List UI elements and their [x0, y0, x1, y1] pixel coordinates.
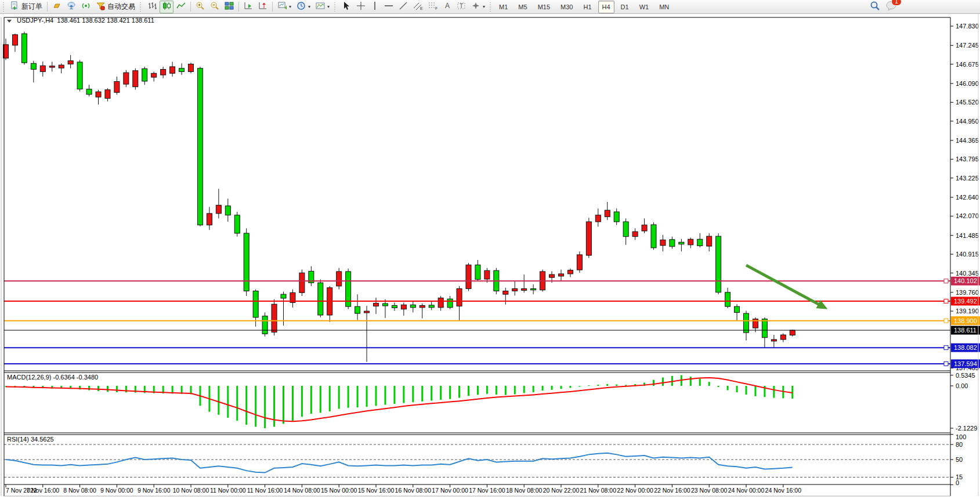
hline-handle[interactable]: [944, 319, 948, 323]
search-icon[interactable]: [870, 1, 880, 13]
auto-trading-label: 自动交易: [107, 2, 135, 12]
chart-ohlc-values: 138.461 138.632 138.421 138.611: [57, 17, 154, 24]
svg-text:8 Nov 08:00: 8 Nov 08:00: [63, 487, 96, 494]
svg-text:T: T: [460, 3, 463, 9]
svg-text:7 Nov 16:00: 7 Nov 16:00: [26, 487, 59, 494]
text-tool-button[interactable]: A: [441, 1, 454, 13]
hline-handle[interactable]: [944, 299, 948, 303]
toolbar-grip[interactable]: [334, 2, 337, 12]
tf-M15[interactable]: M15: [534, 1, 554, 13]
line-chart-button[interactable]: [174, 1, 188, 13]
timeframe-bar: M1M5M15M30H1H4D1W1MN: [495, 1, 673, 13]
svg-text:15 Nov 00:00: 15 Nov 00:00: [321, 487, 357, 494]
bar-chart-button[interactable]: [145, 1, 159, 13]
trendline-tool-button[interactable]: [396, 1, 410, 13]
zoom-out-button[interactable]: [208, 1, 222, 13]
svg-text:142.070: 142.070: [956, 212, 979, 219]
arrows-tool-button[interactable]: ▾: [469, 1, 487, 13]
tf-M1[interactable]: M1: [495, 1, 512, 13]
svg-text:F: F: [435, 6, 437, 10]
svg-text:11 Nov 00:00: 11 Nov 00:00: [210, 487, 246, 494]
svg-text:140.345: 140.345: [956, 270, 979, 277]
toolbar: + 新订单 自动交易: [0, 0, 980, 14]
toolbar-grip[interactable]: [3, 2, 6, 12]
vertical-line-tool-button[interactable]: [368, 1, 381, 13]
bar-chart-icon: [147, 1, 157, 13]
svg-text:140.102: 140.102: [954, 277, 977, 284]
gold-ingot-icon: [52, 1, 62, 13]
equidistant-channel-tool-button[interactable]: E: [411, 1, 425, 13]
fibonacci-tool-button[interactable]: F: [426, 1, 440, 13]
new-chart-button[interactable]: + ▾: [275, 1, 294, 13]
chart-shift-button[interactable]: [256, 1, 270, 13]
chevron-down-icon: ▾: [327, 4, 330, 9]
chart-title: USDJPY-,H4 138.461 138.632 138.421 138.6…: [7, 17, 154, 24]
svg-text:+: +: [12, 4, 16, 10]
svg-text:0.5345: 0.5345: [956, 372, 975, 379]
svg-text:144.950: 144.950: [956, 118, 979, 125]
trendline-icon: [399, 1, 408, 13]
tile-windows-button[interactable]: [222, 1, 236, 13]
chart-canvas[interactable]: 147.830147.245146.675146.090145.520144.9…: [0, 0, 980, 499]
hline-handle[interactable]: [944, 361, 948, 366]
cursor-icon: [342, 1, 351, 13]
tf-M30[interactable]: M30: [556, 1, 577, 13]
new-order-label: 新订单: [21, 2, 42, 12]
template-image-icon: [316, 1, 325, 13]
auto-scroll-button[interactable]: [241, 1, 255, 13]
svg-text:139.492: 139.492: [954, 298, 977, 305]
toolbar-separator: [272, 2, 273, 12]
text-label-tool-button[interactable]: T: [454, 1, 468, 13]
signals-button[interactable]: [79, 1, 93, 13]
hline-handle[interactable]: [944, 279, 948, 283]
auto-trading-button[interactable]: 自动交易: [93, 1, 138, 13]
svg-text:17 Nov 16:00: 17 Nov 16:00: [469, 487, 505, 494]
tf-H1[interactable]: H1: [579, 1, 595, 13]
chart-symbol-period: USDJPY-,H4: [17, 17, 53, 24]
chevron-down-icon: ▾: [308, 4, 310, 9]
svg-text:15 Nov 16:00: 15 Nov 16:00: [358, 487, 395, 494]
horizontal-line-tool-button[interactable]: [382, 1, 396, 13]
svg-text:20 Nov 22:00: 20 Nov 22:00: [543, 487, 580, 494]
svg-text:24 Nov 00:00: 24 Nov 00:00: [728, 487, 765, 494]
svg-text:137.594: 137.594: [954, 360, 977, 367]
equidistant-channel-icon: E: [413, 1, 423, 13]
svg-text:23 Nov 08:00: 23 Nov 08:00: [691, 487, 728, 494]
vertical-line-icon: [371, 1, 379, 13]
tf-H4[interactable]: H4: [598, 1, 614, 13]
line-chart-icon: [176, 1, 186, 13]
candlestick-chart-button[interactable]: [160, 1, 173, 13]
toolbar-separator: [238, 2, 239, 12]
market-button[interactable]: [50, 1, 64, 13]
text-label-icon: T: [457, 1, 466, 13]
templates-button[interactable]: ▾: [313, 1, 332, 13]
crosshair-icon: [356, 1, 366, 13]
svg-text:100: 100: [956, 433, 966, 440]
hline-handle[interactable]: [944, 346, 948, 350]
candlestick-chart-icon: [162, 1, 171, 13]
svg-text:0.00: 0.00: [956, 382, 968, 389]
zoom-in-button[interactable]: [193, 1, 207, 13]
svg-text:9 Nov 16:00: 9 Nov 16:00: [138, 487, 171, 494]
new-order-button[interactable]: + 新订单: [8, 1, 45, 13]
svg-text:22 Nov 16:00: 22 Nov 16:00: [654, 487, 690, 494]
tf-W1[interactable]: W1: [635, 1, 653, 13]
crosshair-tool-button[interactable]: [354, 1, 368, 13]
toolbar-grip[interactable]: [490, 2, 493, 12]
period-button[interactable]: ▾: [294, 1, 313, 13]
svg-text:145.520: 145.520: [956, 99, 979, 106]
tf-D1[interactable]: D1: [617, 1, 633, 13]
svg-text:144.365: 144.365: [956, 137, 979, 144]
svg-text:147.245: 147.245: [956, 42, 979, 49]
toolbar-separator: [47, 2, 48, 12]
tf-MN[interactable]: MN: [655, 1, 673, 13]
cursor-tool-button[interactable]: [339, 1, 353, 13]
svg-text:138.611: 138.611: [954, 327, 977, 334]
tf-M5[interactable]: M5: [514, 1, 531, 13]
community-button[interactable]: [64, 1, 78, 13]
svg-text:22 Nov 00:00: 22 Nov 00:00: [617, 487, 653, 494]
toolbar-grip[interactable]: [140, 2, 143, 12]
collapse-icon[interactable]: [7, 20, 12, 23]
new-chart-icon: +: [277, 1, 287, 13]
chat-icon[interactable]: 1: [886, 1, 898, 13]
